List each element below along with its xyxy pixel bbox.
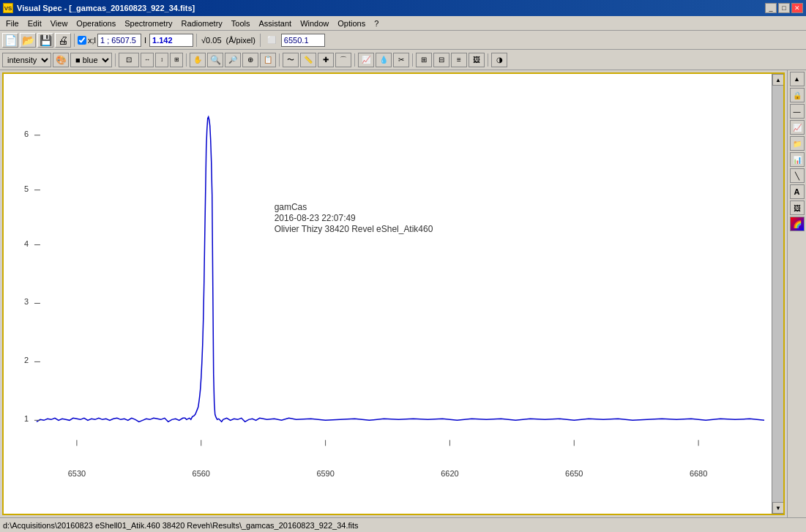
rp-image-button[interactable]: 🖼 xyxy=(790,201,805,215)
sep-t2-1 xyxy=(115,53,116,67)
gauss-button[interactable]: ⌒ xyxy=(335,53,351,67)
rp-zoom-up-button[interactable]: ▲ xyxy=(790,72,805,86)
chart-title-date: 2016-08-23 22:07:49 xyxy=(275,213,356,223)
chart-title-star: gamCas xyxy=(275,202,307,212)
rp-lock-button[interactable]: 🔒 xyxy=(790,88,805,102)
rp-line-button[interactable]: — xyxy=(790,104,805,119)
wave-button[interactable]: 〜 xyxy=(283,53,299,67)
scroll-track xyxy=(772,86,783,502)
rp-text-button[interactable]: A xyxy=(790,184,805,199)
cut-button[interactable]: ✂ xyxy=(393,53,409,67)
intensity-value-text: 1.142 xyxy=(152,36,173,45)
image-button[interactable]: 🖼 xyxy=(469,53,485,67)
display-mode-select[interactable]: intensity flux xyxy=(2,53,51,67)
rp-folder-button[interactable]: 📁 xyxy=(790,136,805,151)
coord-value-display: 1 ; 6507.5 xyxy=(97,34,141,47)
coord-checkbox-group: x;l xyxy=(78,36,96,45)
x-label-6650: 6650 xyxy=(565,469,583,478)
x-label-6620: 6620 xyxy=(441,469,458,478)
rp-color-button[interactable]: 🌈 xyxy=(790,217,805,231)
close-button[interactable]: ✕ xyxy=(791,3,803,13)
chart-container: 6 5 4 3 2 1 6530 6560 6590 6620 6650 668… xyxy=(2,72,785,515)
zoom-in-button[interactable]: 🔍 xyxy=(207,53,223,67)
coord-checkbox[interactable] xyxy=(78,36,86,45)
pixel-label: √0.05 xyxy=(200,36,223,45)
rp-diagonal-button[interactable]: ╲ xyxy=(790,168,805,183)
svg-rect-0 xyxy=(4,89,772,498)
y-label-1: 1 xyxy=(24,414,29,423)
scroll-down-button[interactable]: ▼ xyxy=(772,502,784,514)
save-file-button[interactable]: 💾 xyxy=(37,33,53,48)
pan-button[interactable]: ✋ xyxy=(190,53,206,67)
print-button[interactable]: 🖨 xyxy=(55,33,71,48)
menu-options[interactable]: Options xyxy=(333,16,370,30)
wavelength-icon: ⬜ xyxy=(264,33,280,48)
intensity-label: I xyxy=(143,36,148,45)
menu-edit[interactable]: Edit xyxy=(23,16,46,30)
maximize-button[interactable]: □ xyxy=(778,3,790,13)
copy-button[interactable]: 📋 xyxy=(260,53,276,67)
menu-window[interactable]: Window xyxy=(296,16,333,30)
color-picker-button[interactable]: 🎨 xyxy=(53,53,69,67)
zoom-button-2[interactable]: ↕ xyxy=(155,53,168,67)
menu-file[interactable]: File xyxy=(1,16,23,30)
wavelength-value-display: 6550.1 xyxy=(281,34,325,47)
coord-checkbox-label: x;l xyxy=(88,36,96,45)
menu-view[interactable]: View xyxy=(46,16,72,30)
chart-area[interactable]: 6 5 4 3 2 1 6530 6560 6590 6620 6650 668… xyxy=(4,74,772,514)
y-label-2: 2 xyxy=(24,356,29,364)
scroll-up-button[interactable]: ▲ xyxy=(772,74,784,86)
spectrum-svg: 6 5 4 3 2 1 6530 6560 6590 6620 6650 668… xyxy=(4,74,772,514)
x-label-6560: 6560 xyxy=(193,469,210,478)
separator-2 xyxy=(196,34,197,47)
zoom-fit-button[interactable]: ⊡ xyxy=(119,53,139,67)
sep-t2-3 xyxy=(279,53,280,67)
chart-title-observer: Olivier Thizy 38420 Revel eShel_Atik460 xyxy=(275,224,433,234)
cross-button[interactable]: ✚ xyxy=(318,53,334,67)
minimize-button[interactable]: _ xyxy=(765,3,777,13)
grid-button[interactable]: ⊟ xyxy=(433,53,449,67)
table-button[interactable]: ⊞ xyxy=(416,53,432,67)
title-bar-title: Visual Spec - [_gamcas_20160823_922_34.f… xyxy=(17,4,195,12)
select-button[interactable]: ⊕ xyxy=(242,53,258,67)
title-bar-buttons[interactable]: _ □ ✕ xyxy=(765,3,803,13)
zoom-button-3[interactable]: ⊞ xyxy=(170,53,183,67)
toolbar1: 📄 📂 💾 🖨 x;l 1 ; 6507.5 I 1.142 √0.05 (Å/… xyxy=(0,31,806,50)
drop-button[interactable]: 💧 xyxy=(376,53,392,67)
chart-scrollbar[interactable]: ▲ ▼ xyxy=(772,74,783,514)
wavelength-value-text: 6550.1 xyxy=(284,36,309,45)
sep-t2-6 xyxy=(488,53,488,67)
spectrum-button[interactable]: ◑ xyxy=(491,53,507,67)
right-panel: ▲ 🔒 — 📈 📁 📊 ╲ A 🖼 🌈 xyxy=(787,70,806,517)
menu-radiometry[interactable]: Radiometry xyxy=(177,16,227,30)
app-icon: VS xyxy=(3,3,13,13)
menu-assistant[interactable]: Assistant xyxy=(255,16,296,30)
line-button[interactable]: 📏 xyxy=(300,53,316,67)
rp-chart-button[interactable]: 📈 xyxy=(790,120,805,135)
open-file-button[interactable]: 📂 xyxy=(20,33,36,48)
sep-t2-4 xyxy=(354,53,355,67)
status-bar: d:\Acquisitions\20160823 eShell01_Atik.4… xyxy=(0,517,806,532)
x-label-6590: 6590 xyxy=(316,469,334,478)
new-file-button[interactable]: 📄 xyxy=(2,33,18,48)
y-label-4: 4 xyxy=(24,239,29,248)
y-label-6: 6 xyxy=(24,130,29,138)
color-select[interactable]: ■ blue ■ red xyxy=(70,53,112,67)
menu-tools[interactable]: Tools xyxy=(227,16,255,30)
coord-value-text: 1 ; 6507.5 xyxy=(100,36,136,45)
y-label-5: 5 xyxy=(24,184,29,193)
separator-3 xyxy=(260,34,261,47)
menu-help[interactable]: ? xyxy=(370,16,383,30)
rp-bar-button[interactable]: 📊 xyxy=(790,152,805,167)
y-label-3: 3 xyxy=(24,297,29,306)
intensity-value-display: 1.142 xyxy=(149,34,193,47)
title-bar: VS Visual Spec - [_gamcas_20160823_922_3… xyxy=(0,0,806,16)
toolbar2: intensity flux 🎨 ■ blue ■ red ⊡ ↔ ↕ ⊞ ✋ … xyxy=(0,50,806,70)
zoom-button-1[interactable]: ↔ xyxy=(141,53,154,67)
graph-button[interactable]: 📈 xyxy=(358,53,374,67)
pixel-unit: (Å/pixel) xyxy=(225,36,257,45)
zoom-out-button[interactable]: 🔎 xyxy=(225,53,241,67)
menu-operations[interactable]: Operations xyxy=(72,16,120,30)
stats-button[interactable]: ≡ xyxy=(451,53,467,67)
menu-spectrometry[interactable]: Spectrometry xyxy=(120,16,176,30)
